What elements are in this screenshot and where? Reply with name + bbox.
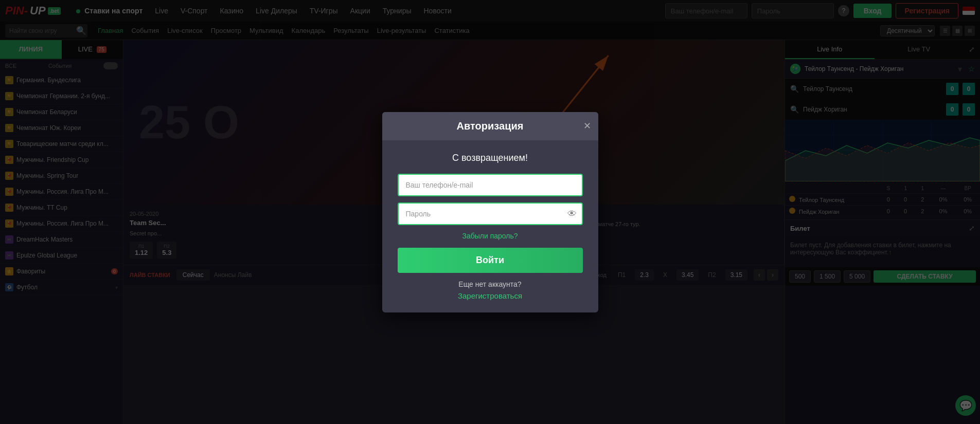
forgot-password-link[interactable]: Забыли пароль? <box>462 232 518 240</box>
modal-phone-input[interactable] <box>398 174 583 196</box>
modal-login-button[interactable]: Войти <box>398 248 583 273</box>
modal-close-button[interactable]: ✕ <box>583 120 591 132</box>
modal-forgot: Забыли пароль? <box>398 231 583 241</box>
modal-header: Авторизация ✕ <box>382 112 598 140</box>
modal-password-wrap: 👁 <box>398 202 583 225</box>
auth-modal: Авторизация ✕ С возвращением! 👁 Забыли п… <box>382 112 598 312</box>
modal-overlay[interactable]: Авторизация ✕ С возвращением! 👁 Забыли п… <box>0 0 980 424</box>
modal-no-account: Еще нет аккаунта? <box>398 280 583 288</box>
modal-password-input[interactable] <box>398 202 583 225</box>
modal-register-link[interactable]: Зарегистроваться <box>398 291 583 300</box>
modal-subtitle: С возвращением! <box>398 153 583 163</box>
password-eye-icon[interactable]: 👁 <box>567 208 577 219</box>
modal-title: Авторизация <box>457 120 524 132</box>
modal-body: С возвращением! 👁 Забыли пароль? Войти Е… <box>382 140 598 312</box>
